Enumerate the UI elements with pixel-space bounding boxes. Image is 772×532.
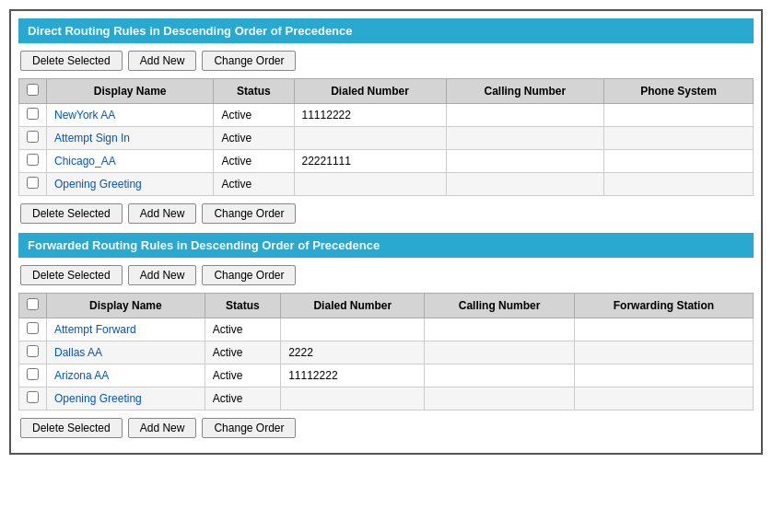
- row-checkbox-cell: [19, 173, 47, 196]
- section2-add-button-bottom[interactable]: Add New: [128, 418, 197, 438]
- row-forwarding: [574, 318, 753, 341]
- row-status: Active: [214, 173, 294, 196]
- row-displayname-link[interactable]: Opening Greeting: [54, 392, 142, 405]
- row-calling: [446, 150, 604, 173]
- row-status: Active: [214, 150, 294, 173]
- row-checkbox-cell: [19, 341, 47, 364]
- section1-col-calling: Calling Number: [446, 79, 604, 104]
- row-status: Active: [205, 341, 280, 364]
- section2-toolbar: Delete Selected Add New Change Order: [18, 265, 754, 285]
- section1-table: Display Name Status Dialed Number Callin…: [18, 78, 754, 196]
- row-checkbox[interactable]: [27, 391, 39, 403]
- section1-col-check: [19, 79, 47, 104]
- row-dialed: [281, 318, 425, 341]
- section2-col-displayname: Display Name: [47, 294, 205, 318]
- row-displayname-link[interactable]: Arizona AA: [54, 369, 109, 382]
- row-checkbox[interactable]: [27, 108, 39, 120]
- section1-toolbar: Delete Selected Add New Change Order: [18, 51, 754, 71]
- section2-col-status: Status: [205, 294, 280, 318]
- row-dialed: 22221111: [294, 150, 446, 173]
- row-phone: [604, 104, 754, 127]
- table-row: Opening Greeting Active: [19, 173, 754, 196]
- table-row: NewYork AA Active 11112222: [19, 104, 754, 127]
- row-displayname: Opening Greeting: [47, 387, 205, 411]
- row-status: Active: [214, 127, 294, 150]
- section2-col-dialed: Dialed Number: [281, 294, 425, 318]
- row-displayname-link[interactable]: NewYork AA: [54, 109, 115, 121]
- row-dialed: [294, 173, 446, 196]
- row-forwarding: [574, 341, 753, 364]
- section1-col-dialed: Dialed Number: [294, 79, 446, 104]
- row-displayname: Chicago_AA: [47, 150, 214, 173]
- row-displayname-link[interactable]: Attempt Forward: [54, 323, 136, 336]
- section2-header: Forwarded Routing Rules in Descending Or…: [18, 233, 754, 258]
- row-displayname: Opening Greeting: [47, 173, 214, 196]
- table-row: Dallas AA Active 2222: [19, 341, 754, 364]
- section2-col-calling: Calling Number: [425, 294, 574, 318]
- row-dialed: 11112222: [294, 104, 446, 127]
- row-phone: [604, 150, 754, 173]
- section1-delete-button[interactable]: Delete Selected: [20, 51, 123, 71]
- row-displayname: NewYork AA: [47, 104, 214, 127]
- row-calling: [425, 387, 574, 411]
- row-checkbox[interactable]: [27, 322, 39, 334]
- section2-delete-button[interactable]: Delete Selected: [20, 265, 123, 285]
- row-checkbox-cell: [19, 104, 47, 127]
- section1-select-all[interactable]: [27, 84, 39, 96]
- row-displayname: Arizona AA: [47, 364, 205, 387]
- row-forwarding: [574, 364, 753, 387]
- main-container: Direct Routing Rules in Descending Order…: [9, 9, 763, 455]
- row-checkbox[interactable]: [27, 345, 39, 357]
- section1-header: Direct Routing Rules in Descending Order…: [18, 18, 754, 43]
- section2-col-forwarding: Forwarding Station: [574, 294, 753, 318]
- section1-change-button-bottom[interactable]: Change Order: [202, 203, 296, 224]
- row-displayname: Attempt Sign In: [47, 127, 214, 150]
- row-calling: [446, 104, 604, 127]
- table-row: Chicago_AA Active 22221111: [19, 150, 754, 173]
- row-displayname-link[interactable]: Dallas AA: [54, 346, 102, 359]
- section1-add-button[interactable]: Add New: [128, 51, 197, 71]
- section2-delete-button-bottom[interactable]: Delete Selected: [20, 418, 123, 438]
- section1-col-status: Status: [214, 79, 294, 104]
- row-checkbox-cell: [19, 150, 47, 173]
- row-status: Active: [205, 387, 280, 411]
- row-calling: [425, 364, 574, 387]
- row-displayname-link[interactable]: Chicago_AA: [54, 155, 116, 168]
- section1-col-phone: Phone System: [604, 79, 754, 104]
- section1-delete-button-bottom[interactable]: Delete Selected: [20, 203, 123, 224]
- section1-col-displayname: Display Name: [47, 79, 214, 104]
- row-checkbox-cell: [19, 364, 47, 387]
- section2-col-check: [19, 294, 47, 318]
- row-status: Active: [205, 318, 280, 341]
- table-row: Opening Greeting Active: [19, 387, 754, 411]
- row-checkbox[interactable]: [27, 154, 39, 166]
- row-displayname: Dallas AA: [47, 341, 205, 364]
- section1-add-button-bottom[interactable]: Add New: [128, 203, 197, 224]
- section2-select-all[interactable]: [27, 298, 39, 310]
- row-checkbox-cell: [19, 387, 47, 411]
- section1-change-button[interactable]: Change Order: [202, 51, 296, 71]
- row-checkbox[interactable]: [27, 368, 39, 380]
- section2: Forwarded Routing Rules in Descending Or…: [18, 233, 754, 438]
- row-checkbox-cell: [19, 127, 47, 150]
- section1: Direct Routing Rules in Descending Order…: [18, 18, 754, 224]
- section2-change-button[interactable]: Change Order: [202, 265, 296, 285]
- section2-table: Display Name Status Dialed Number Callin…: [18, 293, 754, 411]
- row-dialed: [281, 387, 425, 411]
- row-status: Active: [205, 364, 280, 387]
- row-status: Active: [214, 104, 294, 127]
- row-calling: [425, 341, 574, 364]
- row-displayname-link[interactable]: Attempt Sign In: [54, 132, 130, 145]
- section2-change-button-bottom[interactable]: Change Order: [202, 418, 296, 438]
- row-displayname-link[interactable]: Opening Greeting: [54, 178, 142, 191]
- row-checkbox[interactable]: [27, 131, 39, 143]
- section2-toolbar-bottom: Delete Selected Add New Change Order: [18, 418, 754, 438]
- row-forwarding: [574, 387, 753, 411]
- row-displayname: Attempt Forward: [47, 318, 205, 341]
- row-dialed: [294, 127, 446, 150]
- row-checkbox[interactable]: [27, 177, 39, 189]
- row-dialed: 2222: [281, 341, 425, 364]
- row-dialed: 11112222: [281, 364, 425, 387]
- row-checkbox-cell: [19, 318, 47, 341]
- section2-add-button[interactable]: Add New: [128, 265, 197, 285]
